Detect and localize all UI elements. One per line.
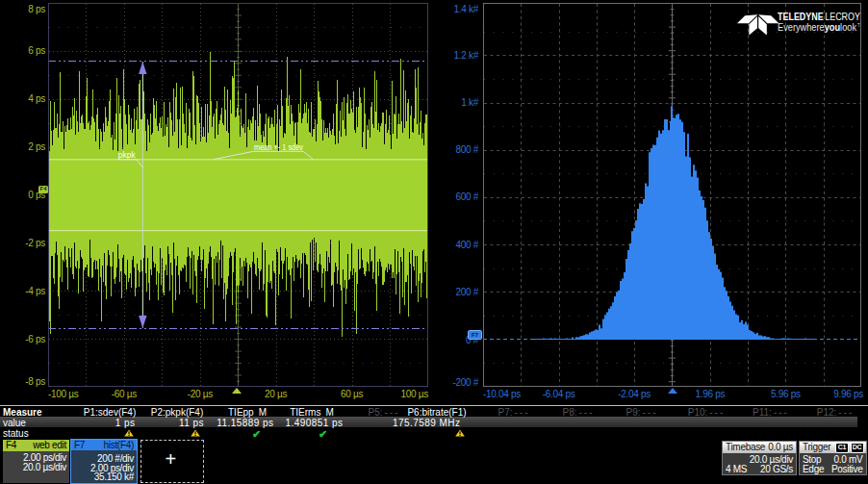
svg-text:pkpk: pkpk [118, 150, 136, 160]
svg-text:mean +- 1 sdev: mean +- 1 sdev [254, 142, 303, 152]
svg-text:Everywhereyoulook: Everywhereyoulook [778, 21, 857, 33]
